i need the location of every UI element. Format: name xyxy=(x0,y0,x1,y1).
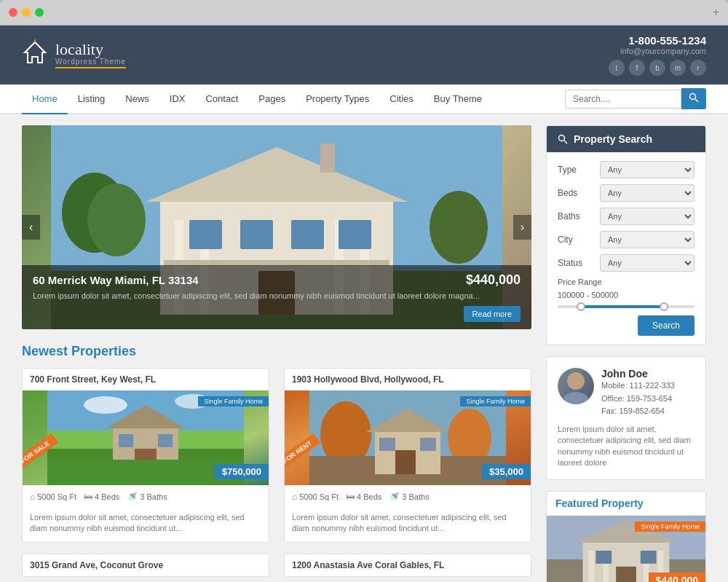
browser-window: + locality Wordpress Theme 1-800-555-12 xyxy=(0,0,728,582)
property-2-desc: Lorem ipsum dolor sit amet, consectetuer… xyxy=(285,508,531,542)
featured-price-badge: $440,000 xyxy=(649,573,705,582)
agent-name: John Doe xyxy=(601,368,695,380)
maximize-dot[interactable] xyxy=(35,8,44,17)
beds-icon-2: 🛏 xyxy=(346,492,355,502)
nav-item-idx[interactable]: IDX xyxy=(159,84,196,114)
featured-property-image: Single Family Home $440,000 xyxy=(547,516,705,582)
hero-caption-top: 60 Merrick Way Miami, FL 33134 $440,000 xyxy=(33,272,521,288)
content-left: ‹ › 60 Merrick Way Miami, FL 33134 $440,… xyxy=(22,125,531,582)
agent-avatar xyxy=(558,368,594,404)
filter-status-select[interactable]: Any xyxy=(600,254,695,272)
logo-text-area: locality Wordpress Theme xyxy=(55,42,126,68)
phone-number: 1-800-555-1234 xyxy=(609,34,706,47)
logo-brand: locality xyxy=(55,42,126,58)
property-1-type-badge: Single Family Home xyxy=(198,396,269,406)
svg-rect-57 xyxy=(616,567,636,582)
property-2-address: 1903 Hollywood Blvd, Hollywood, FL xyxy=(285,369,531,390)
content-right: Property Search Type Any Beds xyxy=(546,125,706,582)
svg-rect-51 xyxy=(588,551,594,582)
svg-point-2 xyxy=(690,94,696,100)
hero-description: Lorem ipsum dolor sit amet, consectetuer… xyxy=(33,291,521,302)
property-1-address: 700 Front Street, Key West, FL xyxy=(23,369,269,390)
filter-type-label: Type xyxy=(558,165,594,175)
agent-office: Office: 159-753-654 xyxy=(601,393,695,406)
nav-item-pages[interactable]: Pages xyxy=(248,84,296,114)
property-search-panel: Property Search Type Any Beds xyxy=(546,125,706,345)
agent-card: John Doe Mobile: 111-222-333 Office: 159… xyxy=(546,356,706,480)
filter-type-select[interactable]: Any xyxy=(600,161,695,178)
filter-baths-select[interactable]: Any xyxy=(600,208,695,225)
logo-underline xyxy=(55,67,126,68)
featured-type-badge: Single Family Home xyxy=(635,522,705,532)
svg-rect-40 xyxy=(395,450,416,474)
svg-rect-16 xyxy=(291,220,324,249)
agent-info: John Doe Mobile: 111-222-333 Office: 159… xyxy=(601,368,695,418)
filter-beds-label: Beds xyxy=(558,188,594,198)
property-card-4: 1200 Anastasia Ave Coral Gables, FL xyxy=(284,554,531,577)
nav-item-property-types[interactable]: Property Types xyxy=(296,84,379,114)
svg-rect-21 xyxy=(320,143,335,173)
nav-item-buy-theme[interactable]: Buy Theme xyxy=(424,84,492,114)
svg-rect-56 xyxy=(641,551,657,564)
svg-rect-31 xyxy=(119,434,133,447)
myspace-icon[interactable]: m xyxy=(670,60,686,76)
filter-beds-select[interactable]: Any xyxy=(600,184,695,202)
search-input[interactable] xyxy=(565,90,681,109)
agent-mobile: Mobile: 111-222-333 xyxy=(601,380,695,393)
filter-status-label: Status xyxy=(558,258,594,268)
featured-property-title: Featured Property xyxy=(547,492,705,516)
read-more-button[interactable]: Read more xyxy=(464,306,521,322)
range-handle-left[interactable] xyxy=(577,302,585,311)
search-panel-icon xyxy=(558,134,568,144)
property-1-price-badge: $750,000 xyxy=(215,464,269,479)
nav-item-listing[interactable]: Listing xyxy=(68,84,116,114)
property-2-meta: ⌂ 5000 Sq Ft 🛏 4 Beds 🚿 3 Baths xyxy=(285,485,531,508)
filter-city: City Any xyxy=(558,231,695,248)
minimize-dot[interactable] xyxy=(22,8,31,17)
email-address: info@yourcompany.com xyxy=(609,47,706,55)
svg-rect-17 xyxy=(339,220,371,249)
filter-status: Status Any xyxy=(558,254,695,272)
facebook-icon[interactable]: f xyxy=(629,60,645,76)
search-button[interactable] xyxy=(681,88,706,109)
property-1-beds: 🛏 4 Beds xyxy=(84,492,119,502)
slider-next-button[interactable]: › xyxy=(513,215,531,240)
range-slider[interactable] xyxy=(558,305,695,308)
property-2-price-badge: $35,000 xyxy=(482,464,531,479)
property-1-baths: 🚿 3 Baths xyxy=(127,492,167,502)
property-2-image: Single Family Home $35,000 FOR RENT xyxy=(285,390,531,485)
slider-prev-button[interactable]: ‹ xyxy=(22,215,40,240)
search-submit-button[interactable]: Search xyxy=(638,315,695,336)
nav-item-home[interactable]: Home xyxy=(22,84,68,114)
search-panel-header: Property Search xyxy=(547,126,705,152)
new-tab-button[interactable]: + xyxy=(713,6,719,19)
sqft-icon-2: ⌂ xyxy=(292,492,297,502)
nav-item-cities[interactable]: Cities xyxy=(379,84,424,114)
header-contact: 1-800-555-1234 info@yourcompany.com t f … xyxy=(609,34,706,76)
hero-caption: 60 Merrick Way Miami, FL 33134 $440,000 … xyxy=(22,265,531,329)
blogger-icon[interactable]: b xyxy=(649,60,665,76)
nav-item-contact[interactable]: Contact xyxy=(195,84,248,114)
svg-rect-14 xyxy=(189,220,222,249)
filter-baths-label: Baths xyxy=(558,211,594,221)
svg-marker-0 xyxy=(25,42,45,63)
filter-city-label: City xyxy=(558,235,594,245)
filter-city-select[interactable]: Any xyxy=(600,231,695,248)
price-range-value: 100000 - 500000 xyxy=(558,291,695,299)
close-dot[interactable] xyxy=(9,8,17,17)
property-card-2: 1903 Hollywood Blvd, Hollywood, FL xyxy=(284,368,531,543)
agent-description: Lorem ipsum dolor sit amet, consectetuer… xyxy=(558,424,695,469)
svg-line-44 xyxy=(564,141,567,143)
property-1-meta: ⌂ 5000 Sq Ft 🛏 4 Beds 🚿 3 Baths xyxy=(23,485,269,508)
property-1-sqft: ⌂ 5000 Sq Ft xyxy=(30,492,76,502)
range-handle-right[interactable] xyxy=(660,302,668,311)
filter-type: Type Any xyxy=(558,161,695,178)
svg-point-43 xyxy=(559,135,565,141)
rss-icon[interactable]: r xyxy=(690,60,706,76)
newest-properties-title: Newest Properties xyxy=(22,344,531,359)
baths-icon: 🚿 xyxy=(127,492,138,502)
nav-item-news[interactable]: News xyxy=(115,84,159,114)
property-1-desc: Lorem ipsum dolor sit amet, consectetuer… xyxy=(23,508,269,542)
twitter-icon[interactable]: t xyxy=(609,60,625,76)
baths-icon-2: 🚿 xyxy=(389,492,400,502)
